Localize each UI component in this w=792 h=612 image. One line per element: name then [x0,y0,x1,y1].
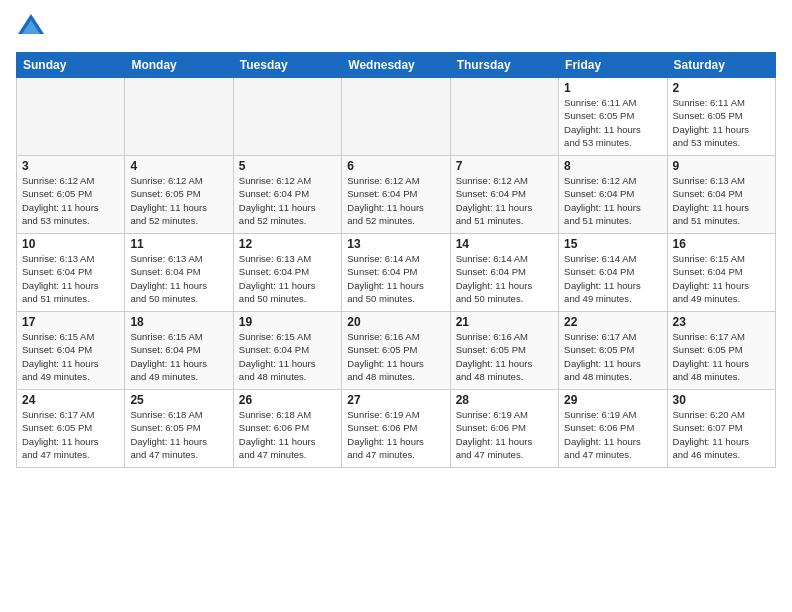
day-cell: 28Sunrise: 6:19 AM Sunset: 6:06 PM Dayli… [450,390,558,468]
day-info: Sunrise: 6:20 AM Sunset: 6:07 PM Dayligh… [673,408,770,461]
day-number: 28 [456,393,553,407]
day-number: 3 [22,159,119,173]
week-row: 24Sunrise: 6:17 AM Sunset: 6:05 PM Dayli… [17,390,776,468]
day-number: 11 [130,237,227,251]
day-info: Sunrise: 6:14 AM Sunset: 6:04 PM Dayligh… [564,252,661,305]
week-row: 17Sunrise: 6:15 AM Sunset: 6:04 PM Dayli… [17,312,776,390]
day-header: Wednesday [342,53,450,78]
day-info: Sunrise: 6:16 AM Sunset: 6:05 PM Dayligh… [456,330,553,383]
day-cell: 16Sunrise: 6:15 AM Sunset: 6:04 PM Dayli… [667,234,775,312]
calendar: SundayMondayTuesdayWednesdayThursdayFrid… [16,52,776,468]
day-number: 22 [564,315,661,329]
day-info: Sunrise: 6:15 AM Sunset: 6:04 PM Dayligh… [130,330,227,383]
day-cell: 20Sunrise: 6:16 AM Sunset: 6:05 PM Dayli… [342,312,450,390]
day-header: Tuesday [233,53,341,78]
day-cell: 11Sunrise: 6:13 AM Sunset: 6:04 PM Dayli… [125,234,233,312]
day-cell: 14Sunrise: 6:14 AM Sunset: 6:04 PM Dayli… [450,234,558,312]
day-cell: 9Sunrise: 6:13 AM Sunset: 6:04 PM Daylig… [667,156,775,234]
day-info: Sunrise: 6:19 AM Sunset: 6:06 PM Dayligh… [347,408,444,461]
calendar-header: SundayMondayTuesdayWednesdayThursdayFrid… [17,53,776,78]
day-cell: 8Sunrise: 6:12 AM Sunset: 6:04 PM Daylig… [559,156,667,234]
day-cell: 6Sunrise: 6:12 AM Sunset: 6:04 PM Daylig… [342,156,450,234]
day-number: 18 [130,315,227,329]
day-cell: 21Sunrise: 6:16 AM Sunset: 6:05 PM Dayli… [450,312,558,390]
day-info: Sunrise: 6:11 AM Sunset: 6:05 PM Dayligh… [673,96,770,149]
day-number: 4 [130,159,227,173]
day-cell: 25Sunrise: 6:18 AM Sunset: 6:05 PM Dayli… [125,390,233,468]
day-info: Sunrise: 6:15 AM Sunset: 6:04 PM Dayligh… [239,330,336,383]
day-cell: 3Sunrise: 6:12 AM Sunset: 6:05 PM Daylig… [17,156,125,234]
week-row: 3Sunrise: 6:12 AM Sunset: 6:05 PM Daylig… [17,156,776,234]
day-number: 26 [239,393,336,407]
logo-icon [16,12,46,42]
day-number: 14 [456,237,553,251]
header-row: SundayMondayTuesdayWednesdayThursdayFrid… [17,53,776,78]
day-info: Sunrise: 6:18 AM Sunset: 6:05 PM Dayligh… [130,408,227,461]
week-row: 1Sunrise: 6:11 AM Sunset: 6:05 PM Daylig… [17,78,776,156]
day-number: 10 [22,237,119,251]
day-header: Sunday [17,53,125,78]
day-header: Monday [125,53,233,78]
day-cell: 26Sunrise: 6:18 AM Sunset: 6:06 PM Dayli… [233,390,341,468]
day-info: Sunrise: 6:12 AM Sunset: 6:04 PM Dayligh… [564,174,661,227]
day-header: Saturday [667,53,775,78]
day-number: 20 [347,315,444,329]
day-cell: 30Sunrise: 6:20 AM Sunset: 6:07 PM Dayli… [667,390,775,468]
day-info: Sunrise: 6:18 AM Sunset: 6:06 PM Dayligh… [239,408,336,461]
day-info: Sunrise: 6:15 AM Sunset: 6:04 PM Dayligh… [22,330,119,383]
page: SundayMondayTuesdayWednesdayThursdayFrid… [0,0,792,612]
day-info: Sunrise: 6:13 AM Sunset: 6:04 PM Dayligh… [130,252,227,305]
day-number: 27 [347,393,444,407]
day-number: 17 [22,315,119,329]
day-cell: 2Sunrise: 6:11 AM Sunset: 6:05 PM Daylig… [667,78,775,156]
day-cell: 12Sunrise: 6:13 AM Sunset: 6:04 PM Dayli… [233,234,341,312]
day-info: Sunrise: 6:13 AM Sunset: 6:04 PM Dayligh… [22,252,119,305]
header [16,12,776,42]
day-info: Sunrise: 6:14 AM Sunset: 6:04 PM Dayligh… [347,252,444,305]
calendar-body: 1Sunrise: 6:11 AM Sunset: 6:05 PM Daylig… [17,78,776,468]
day-cell [17,78,125,156]
day-number: 23 [673,315,770,329]
day-cell [342,78,450,156]
day-info: Sunrise: 6:12 AM Sunset: 6:04 PM Dayligh… [239,174,336,227]
day-number: 19 [239,315,336,329]
day-cell: 23Sunrise: 6:17 AM Sunset: 6:05 PM Dayli… [667,312,775,390]
day-cell: 19Sunrise: 6:15 AM Sunset: 6:04 PM Dayli… [233,312,341,390]
logo [16,12,50,42]
day-info: Sunrise: 6:14 AM Sunset: 6:04 PM Dayligh… [456,252,553,305]
day-cell: 13Sunrise: 6:14 AM Sunset: 6:04 PM Dayli… [342,234,450,312]
day-info: Sunrise: 6:19 AM Sunset: 6:06 PM Dayligh… [564,408,661,461]
day-info: Sunrise: 6:12 AM Sunset: 6:05 PM Dayligh… [130,174,227,227]
day-number: 24 [22,393,119,407]
day-cell: 17Sunrise: 6:15 AM Sunset: 6:04 PM Dayli… [17,312,125,390]
day-number: 8 [564,159,661,173]
day-number: 1 [564,81,661,95]
day-header: Friday [559,53,667,78]
day-info: Sunrise: 6:13 AM Sunset: 6:04 PM Dayligh… [673,174,770,227]
day-cell [125,78,233,156]
day-cell [450,78,558,156]
day-info: Sunrise: 6:15 AM Sunset: 6:04 PM Dayligh… [673,252,770,305]
day-number: 5 [239,159,336,173]
day-number: 21 [456,315,553,329]
day-cell: 29Sunrise: 6:19 AM Sunset: 6:06 PM Dayli… [559,390,667,468]
day-number: 15 [564,237,661,251]
day-cell: 1Sunrise: 6:11 AM Sunset: 6:05 PM Daylig… [559,78,667,156]
day-cell: 4Sunrise: 6:12 AM Sunset: 6:05 PM Daylig… [125,156,233,234]
day-info: Sunrise: 6:12 AM Sunset: 6:05 PM Dayligh… [22,174,119,227]
day-info: Sunrise: 6:12 AM Sunset: 6:04 PM Dayligh… [456,174,553,227]
day-info: Sunrise: 6:17 AM Sunset: 6:05 PM Dayligh… [673,330,770,383]
day-number: 7 [456,159,553,173]
day-number: 12 [239,237,336,251]
day-cell: 15Sunrise: 6:14 AM Sunset: 6:04 PM Dayli… [559,234,667,312]
day-number: 2 [673,81,770,95]
day-number: 13 [347,237,444,251]
day-cell: 7Sunrise: 6:12 AM Sunset: 6:04 PM Daylig… [450,156,558,234]
day-cell: 10Sunrise: 6:13 AM Sunset: 6:04 PM Dayli… [17,234,125,312]
day-cell: 5Sunrise: 6:12 AM Sunset: 6:04 PM Daylig… [233,156,341,234]
day-number: 9 [673,159,770,173]
day-info: Sunrise: 6:11 AM Sunset: 6:05 PM Dayligh… [564,96,661,149]
day-info: Sunrise: 6:13 AM Sunset: 6:04 PM Dayligh… [239,252,336,305]
day-number: 30 [673,393,770,407]
day-number: 25 [130,393,227,407]
